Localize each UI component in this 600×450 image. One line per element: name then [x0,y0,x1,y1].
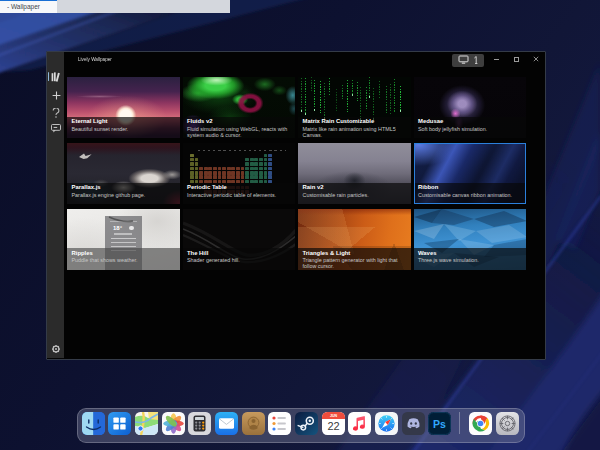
svg-text:22: 22 [327,420,339,432]
svg-text:Ps: Ps [433,417,446,429]
svg-text:JUN: JUN [330,414,338,418]
